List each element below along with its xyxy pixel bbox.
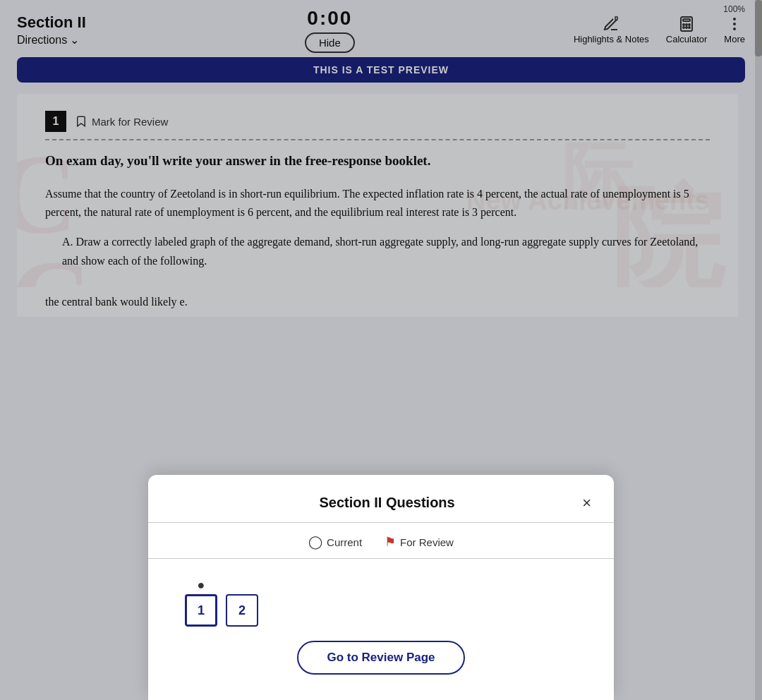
current-question-pin: ● — [198, 579, 205, 591]
question-box-1[interactable]: 1 — [185, 594, 217, 627]
question-grid: ● 1 ● 2 — [171, 573, 591, 641]
modal-legend: ◯ Current ⚑ For Review — [171, 534, 591, 550]
modal-title: Section II Questions — [192, 495, 582, 511]
review-bookmark-icon: ⚑ — [385, 534, 396, 550]
legend-review-label: For Review — [400, 536, 454, 548]
current-pin-icon: ◯ — [308, 534, 322, 550]
go-to-review-button[interactable]: Go to Review Page — [297, 641, 464, 675]
legend-current: ◯ Current — [308, 534, 362, 550]
legend-current-label: Current — [327, 536, 362, 548]
question-item-1: ● 1 — [185, 579, 217, 627]
modal-header: Section II Questions × — [171, 495, 591, 511]
modal-divider-1 — [148, 522, 614, 523]
legend-review: ⚑ For Review — [385, 534, 454, 550]
question-box-2[interactable]: 2 — [226, 594, 258, 627]
question-item-2: ● 2 — [226, 579, 258, 627]
modal-overlay: Section II Questions × ◯ Current ⚑ For R… — [0, 0, 762, 700]
questions-modal: Section II Questions × ◯ Current ⚑ For R… — [148, 475, 614, 700]
modal-close-button[interactable]: × — [582, 495, 591, 511]
modal-divider-2 — [148, 558, 614, 559]
